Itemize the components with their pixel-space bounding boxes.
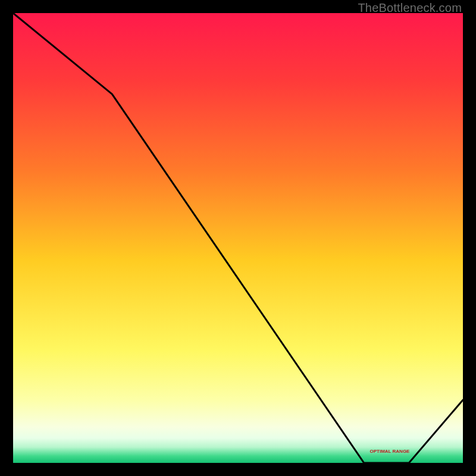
bottleneck-curve	[13, 13, 463, 463]
plot-area: OPTIMAL RANGE	[13, 13, 463, 463]
watermark-text: TheBottleneck.com	[358, 1, 462, 15]
chart-stage: OPTIMAL RANGE TheBottleneck.com	[0, 0, 476, 476]
optimal-range-label: OPTIMAL RANGE	[369, 449, 409, 454]
